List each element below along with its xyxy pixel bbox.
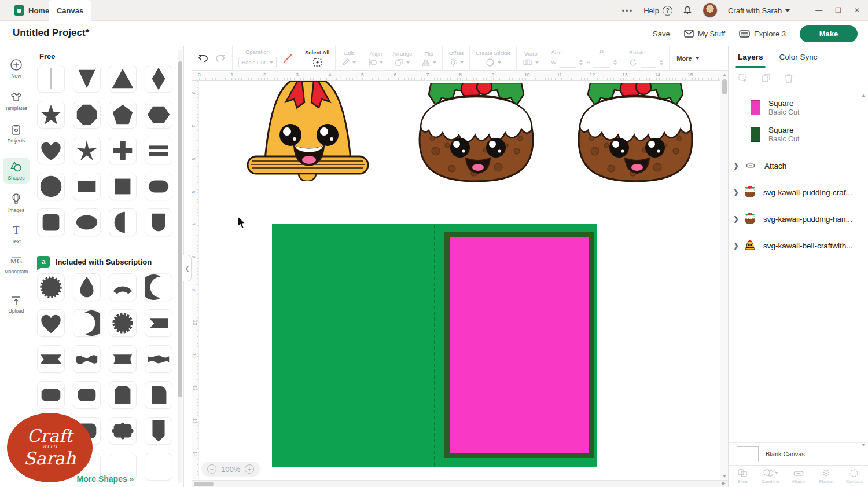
shape-tile-ticket-clipped[interactable]: [37, 381, 65, 409]
layer-row-square-green[interactable]: Square Basic Cut: [729, 122, 868, 147]
shape-tile-hexagon[interactable]: [145, 101, 172, 129]
shape-tile-tag-rounded[interactable]: [145, 381, 172, 409]
shape-tile-plus[interactable]: [109, 137, 137, 164]
shapes-panel-scrollbar[interactable]: [178, 50, 182, 483]
chevron-right-icon[interactable]: ❯: [729, 241, 744, 250]
undo-icon[interactable]: [197, 53, 209, 64]
shape-tile-half-circle[interactable]: [109, 208, 137, 236]
overflow-menu-icon[interactable]: •••: [622, 6, 634, 15]
shape-tile-crescent-right[interactable]: [145, 273, 172, 301]
layer-row-square-pink[interactable]: Square Basic Cut: [729, 95, 868, 120]
canvas-art-kawaii-pudding-2[interactable]: [573, 83, 698, 185]
tab-color-sync[interactable]: Color Sync: [779, 53, 818, 61]
material-color-icon[interactable]: [282, 53, 293, 64]
canvas-art-card-base[interactable]: [272, 224, 597, 467]
shape-tile-circle[interactable]: [37, 173, 65, 200]
shape-tile-arch[interactable]: [145, 208, 172, 236]
shape-tile-seal-burst[interactable]: [37, 273, 65, 301]
zoom-control[interactable]: − 100% +: [201, 462, 260, 477]
shapes-panel-scroll-thumb[interactable]: [178, 61, 182, 397]
chevron-right-icon[interactable]: ❯: [729, 162, 744, 170]
shape-tile-pennant[interactable]: [145, 309, 172, 337]
canvas-art-card-insert[interactable]: [450, 237, 589, 453]
save-button[interactable]: Save: [653, 30, 670, 38]
shape-tile-equals[interactable]: [145, 137, 172, 164]
shape-tile-vertical-line[interactable]: [37, 65, 65, 93]
shape-tile-diamond[interactable]: [145, 65, 172, 93]
canvas-vertical-scrollbar[interactable]: ▲ ▼: [720, 71, 728, 480]
layer-row-pudding-2[interactable]: ❯ svg-kawaii-pudding-han...: [729, 206, 868, 232]
layers-scroll-up-icon[interactable]: ▲: [861, 93, 866, 98]
panel-collapse-button[interactable]: ❮: [183, 255, 192, 281]
shape-tile-banner-wave2[interactable]: [145, 345, 172, 373]
shape-tile-star-thin[interactable]: [73, 137, 101, 164]
layer-row-attach-group[interactable]: ❯ Attach: [729, 153, 868, 178]
more-menu-button[interactable]: More: [670, 46, 705, 70]
sidebar-item-images[interactable]: Images: [3, 190, 30, 216]
shape-tile-triangle-up[interactable]: [109, 65, 137, 93]
shape-tile-tag-clipped[interactable]: [109, 381, 137, 409]
notifications-bell-icon[interactable]: [683, 6, 692, 15]
help-button[interactable]: Help ?: [643, 6, 672, 16]
sidebar-item-projects[interactable]: Projects: [3, 120, 30, 147]
shape-tile-heart[interactable]: [37, 137, 65, 164]
sidebar-item-shapes[interactable]: Shapes: [3, 158, 30, 184]
sidebar-item-new[interactable]: New: [3, 56, 30, 82]
shape-tile-octagon[interactable]: [73, 101, 101, 129]
window-maximize-button[interactable]: ❐: [835, 6, 841, 14]
shape-tile-scallop-circle[interactable]: [109, 309, 137, 337]
shape-tile-arc[interactable]: [109, 273, 137, 301]
shape-tile-ellipse[interactable]: [73, 208, 101, 236]
shape-tile-bracket-frame[interactable]: [109, 417, 137, 445]
shape-tile-stadium[interactable]: [145, 173, 172, 200]
horizontal-scroll-thumb[interactable]: [194, 482, 214, 486]
scroll-up-arrow-icon[interactable]: ▲: [722, 72, 727, 78]
sidebar-item-monogram[interactable]: MG Monogram: [3, 251, 30, 277]
zoom-in-button[interactable]: +: [245, 464, 254, 474]
window-close-button[interactable]: ✕: [854, 6, 860, 14]
canvas-art-kawaii-pudding-1[interactable]: [414, 83, 539, 185]
my-stuff-button[interactable]: My Stuff: [684, 30, 725, 38]
shape-tile-pentagon[interactable]: [109, 101, 137, 129]
tab-layers[interactable]: Layers: [738, 53, 763, 61]
shape-tile-triangle-down[interactable]: [73, 65, 101, 93]
chevron-right-icon[interactable]: ❯: [729, 215, 744, 223]
shape-tile-banner-concave[interactable]: [109, 345, 137, 373]
layer-row-bell[interactable]: ❯ svg-kawaii-bell-craftwith...: [729, 233, 868, 258]
account-menu[interactable]: Craft with Sarah: [728, 6, 790, 15]
operation-select[interactable]: Basic Cut: [238, 57, 277, 68]
shape-tile-heart[interactable]: [37, 309, 65, 337]
chevron-right-icon[interactable]: ❯: [729, 188, 744, 196]
canvas-art-kawaii-bell[interactable]: [243, 81, 372, 181]
canvas-horizontal-scrollbar[interactable]: ▶: [192, 480, 728, 487]
scroll-right-arrow-icon[interactable]: ▶: [722, 481, 726, 486]
select-all-button[interactable]: Select All: [305, 49, 329, 67]
canvas-art-card-mat[interactable]: [444, 232, 594, 458]
layer-row-pudding-1[interactable]: ❯ svg-kawaii-pudding-craf...: [729, 180, 868, 205]
make-button[interactable]: Make: [800, 25, 858, 42]
shape-tile-teardrop[interactable]: [73, 273, 101, 301]
window-minimize-button[interactable]: —: [815, 6, 822, 14]
shape-tile-ticket-rounded[interactable]: [73, 381, 101, 409]
combine-button: Combine: [756, 466, 784, 487]
sidebar-item-upload[interactable]: Upload: [3, 291, 30, 317]
vertical-scroll-thumb[interactable]: [722, 79, 727, 94]
sidebar-item-templates[interactable]: Templates: [3, 88, 30, 114]
avatar[interactable]: [703, 3, 718, 18]
scroll-down-arrow-icon[interactable]: ▼: [722, 474, 727, 479]
sidebar-item-text[interactable]: T Text: [3, 221, 30, 247]
shape-tile-square[interactable]: [109, 173, 137, 200]
shape-tile-banner-notch[interactable]: [37, 345, 65, 373]
shape-tile-bookmark[interactable]: [145, 417, 172, 445]
tab-canvas[interactable]: Canvas: [49, 0, 91, 21]
shape-tile-rounded-square[interactable]: [37, 208, 65, 236]
shape-tile-rectangle[interactable]: [73, 173, 101, 200]
explore-button[interactable]: Explore 3: [739, 30, 786, 38]
zoom-out-button[interactable]: −: [207, 464, 216, 474]
design-canvas[interactable]: [199, 81, 720, 479]
shape-tile-star[interactable]: [37, 101, 65, 129]
shape-tile-banner-wave[interactable]: [73, 345, 101, 373]
blank-canvas-row[interactable]: Blank Canvas: [729, 442, 868, 465]
redo-icon[interactable]: [215, 53, 226, 64]
shape-tile-crescent-left[interactable]: [73, 309, 101, 337]
